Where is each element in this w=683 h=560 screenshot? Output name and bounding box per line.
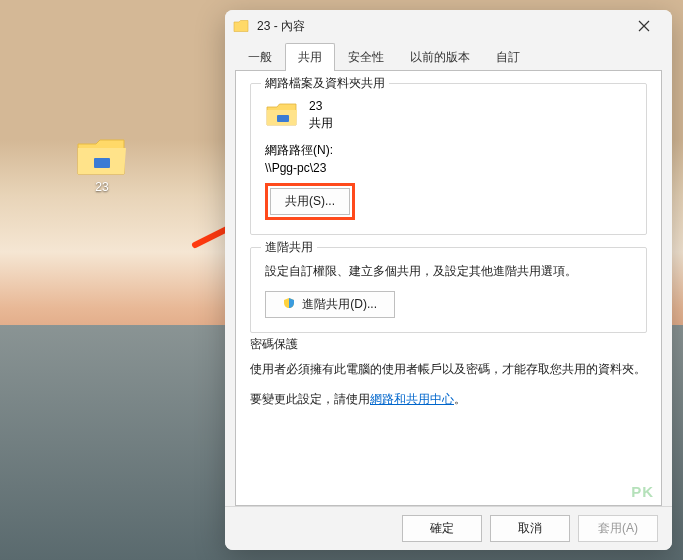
folder-icon bbox=[76, 136, 128, 178]
tab-panel-sharing: 網路檔案及資料夾共用 23 共用 網路路徑(N): \\Pgg-pc\23 共用… bbox=[235, 70, 662, 506]
shared-folder-icon bbox=[265, 101, 299, 129]
password-desc-line2-prefix: 要變更此設定，請使用 bbox=[250, 392, 370, 406]
folder-icon bbox=[233, 19, 249, 33]
desktop-folder-label: 23 bbox=[72, 180, 132, 194]
group-network-sharing: 網路檔案及資料夾共用 23 共用 網路路徑(N): \\Pgg-pc\23 共用… bbox=[250, 83, 647, 235]
watermark: PK bbox=[631, 483, 654, 500]
close-button[interactable] bbox=[624, 12, 664, 40]
advanced-sharing-desc: 設定自訂權限、建立多個共用，及設定其他進階共用選項。 bbox=[265, 262, 632, 281]
desktop-folder-23[interactable]: 23 bbox=[72, 136, 132, 194]
network-path-label: 網路路徑(N): bbox=[265, 142, 632, 159]
shield-icon bbox=[283, 297, 295, 312]
apply-button[interactable]: 套用(A) bbox=[578, 515, 658, 542]
tab-sharing[interactable]: 共用 bbox=[285, 43, 335, 71]
tab-general[interactable]: 一般 bbox=[235, 43, 285, 71]
cancel-button[interactable]: 取消 bbox=[490, 515, 570, 542]
advanced-sharing-button-label: 進階共用(D)... bbox=[302, 297, 377, 311]
tab-previous-versions[interactable]: 以前的版本 bbox=[397, 43, 483, 71]
annotation-highlight: 共用(S)... bbox=[265, 183, 355, 220]
share-status: 共用 bbox=[309, 115, 333, 132]
share-name: 23 bbox=[309, 98, 333, 115]
tab-strip: 一般 共用 安全性 以前的版本 自訂 bbox=[225, 42, 672, 70]
group-advanced-sharing: 進階共用 設定自訂權限、建立多個共用，及設定其他進階共用選項。 進階共用(D).… bbox=[250, 247, 647, 333]
ok-button[interactable]: 確定 bbox=[402, 515, 482, 542]
dialog-footer: 確定 取消 套用(A) bbox=[225, 506, 672, 550]
group-password-protection: 密碼保護 使用者必須擁有此電腦的使用者帳戶以及密碼，才能存取您共用的資料夾。 要… bbox=[250, 345, 647, 424]
password-desc-line2-suffix: 。 bbox=[454, 392, 466, 406]
tab-security[interactable]: 安全性 bbox=[335, 43, 397, 71]
group-advanced-sharing-title: 進階共用 bbox=[261, 239, 317, 256]
svg-rect-0 bbox=[94, 158, 110, 168]
network-path-value: \\Pgg-pc\23 bbox=[265, 161, 632, 175]
password-desc-line1: 使用者必須擁有此電腦的使用者帳戶以及密碼，才能存取您共用的資料夾。 bbox=[250, 359, 647, 379]
properties-dialog: 23 - 內容 一般 共用 安全性 以前的版本 自訂 網路檔案及資料夾共用 23 bbox=[225, 10, 672, 550]
group-network-sharing-title: 網路檔案及資料夾共用 bbox=[261, 75, 389, 92]
share-button[interactable]: 共用(S)... bbox=[270, 188, 350, 215]
titlebar: 23 - 內容 bbox=[225, 10, 672, 42]
tab-customize[interactable]: 自訂 bbox=[483, 43, 533, 71]
window-title: 23 - 內容 bbox=[257, 18, 624, 35]
advanced-sharing-button[interactable]: 進階共用(D)... bbox=[265, 291, 395, 318]
network-sharing-center-link[interactable]: 網路和共用中心 bbox=[370, 392, 454, 406]
group-password-title: 密碼保護 bbox=[250, 336, 302, 353]
svg-rect-2 bbox=[277, 115, 289, 122]
close-icon bbox=[638, 20, 650, 32]
